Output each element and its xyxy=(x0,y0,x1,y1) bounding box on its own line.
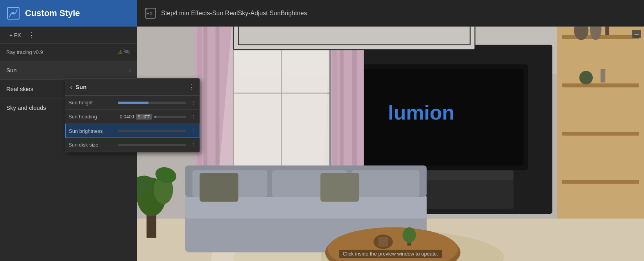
svg-rect-16 xyxy=(605,27,609,35)
app-title-bar: Custom Style xyxy=(0,0,137,27)
svg-rect-53 xyxy=(320,173,359,202)
add-fx-button[interactable]: + FX xyxy=(6,30,24,40)
sun-heading-fill xyxy=(154,116,156,118)
main-content: + FX ⋮ Ray tracing v0.9 ⚠ Sun › xyxy=(0,27,644,261)
minimize-icon: — xyxy=(635,32,639,36)
sun-disk-size-row: Sun disk size ⋮ xyxy=(65,138,199,152)
sun-height-slider[interactable] xyxy=(118,102,186,104)
sun-height-label: Sun height xyxy=(68,100,115,105)
ray-tracing-row: Ray tracing v0.9 ⚠ xyxy=(0,44,137,61)
sidebar-item-sun[interactable]: Sun › xyxy=(0,61,137,80)
sun-submenu-title: Sun xyxy=(75,84,188,90)
svg-rect-57 xyxy=(379,237,388,247)
svg-rect-45 xyxy=(238,27,470,45)
sun-expand-icon: › xyxy=(129,68,131,73)
sun-heading-value: 0.0400 xyxy=(115,114,134,120)
add-fx-label: + FX xyxy=(9,32,21,38)
ray-tracing-label: Ray tracing v0.9 xyxy=(6,49,116,55)
sidebar-toolbar: + FX ⋮ xyxy=(0,27,137,44)
sun-submenu-more-button[interactable]: ⋮ xyxy=(188,83,195,91)
sun-brightness-slider[interactable] xyxy=(118,130,186,132)
sidebar-sky-clouds-label: Sky and clouds xyxy=(6,104,46,111)
more-icon: ⋮ xyxy=(28,31,35,39)
sun-disk-size-slider[interactable] xyxy=(118,144,186,146)
sidebar-real-skies-label: Real skies xyxy=(6,86,33,92)
sun-disk-size-options-icon[interactable]: ⋮ xyxy=(191,142,196,148)
step-title: Step4 min Effects-Sun RealSky-Adjust Sun… xyxy=(161,10,307,17)
svg-text:lumion: lumion xyxy=(388,101,454,124)
svg-rect-9 xyxy=(562,35,639,39)
sun-heading-label: Sun heading xyxy=(68,114,115,120)
sun-submenu-back-button[interactable]: ‹ xyxy=(70,83,72,91)
preview-area[interactable]: lumion xyxy=(137,27,644,261)
sun-height-row: Sun height ⋮ xyxy=(65,96,199,110)
minimize-button[interactable]: — xyxy=(632,30,641,38)
preview-hint: Click inside the preview window to updat… xyxy=(339,250,442,258)
preview-controls: — xyxy=(632,30,641,38)
svg-point-59 xyxy=(402,227,416,243)
fx-icon: FX xyxy=(145,7,156,19)
sun-heading-row: Sun heading 0.0400 SHIFT ⋮ xyxy=(65,110,199,124)
sun-height-fill xyxy=(118,102,149,104)
svg-rect-52 xyxy=(200,173,239,202)
visibility-icon xyxy=(123,48,131,56)
sun-heading-options-icon[interactable]: ⋮ xyxy=(191,114,196,120)
svg-rect-18 xyxy=(601,69,605,83)
sun-disk-size-label: Sun disk size xyxy=(68,142,115,148)
warning-icon: ⚠ xyxy=(118,49,123,55)
sun-submenu-header: ‹ Sun ⋮ xyxy=(65,79,199,96)
svg-point-1 xyxy=(12,12,14,14)
sidebar: + FX ⋮ Ray tracing v0.9 ⚠ Sun › xyxy=(0,27,137,261)
svg-rect-51 xyxy=(352,170,420,197)
sun-brightness-options-icon[interactable]: ⋮ xyxy=(190,128,196,134)
step-title-bar: FX Step4 min Effects-Sun RealSky-Adjust … xyxy=(137,7,644,19)
svg-text:FX: FX xyxy=(146,11,153,16)
sun-heading-shift-badge[interactable]: SHIFT xyxy=(136,114,152,120)
svg-rect-12 xyxy=(562,180,639,184)
sun-brightness-label: Sun brightness xyxy=(69,128,116,134)
preview-hint-text: Click inside the preview window to updat… xyxy=(343,251,438,257)
sun-submenu: ‹ Sun ⋮ Sun height ⋮ Sun heading 0.0400 … xyxy=(65,78,200,152)
svg-point-17 xyxy=(579,71,593,84)
room-scene: lumion xyxy=(137,27,644,261)
app-title: Custom Style xyxy=(25,8,80,18)
svg-rect-10 xyxy=(562,84,639,88)
sun-brightness-row: Sun brightness ⋮ xyxy=(65,124,199,138)
svg-rect-11 xyxy=(562,132,639,136)
sun-heading-slider[interactable] xyxy=(154,116,186,118)
more-options-button[interactable]: ⋮ xyxy=(28,32,35,39)
sun-height-options-icon[interactable]: ⋮ xyxy=(191,100,196,106)
top-bar: Custom Style FX Step4 min Effects-Sun Re… xyxy=(0,0,644,27)
custom-style-icon xyxy=(6,6,20,20)
sidebar-sun-label: Sun xyxy=(6,67,17,73)
